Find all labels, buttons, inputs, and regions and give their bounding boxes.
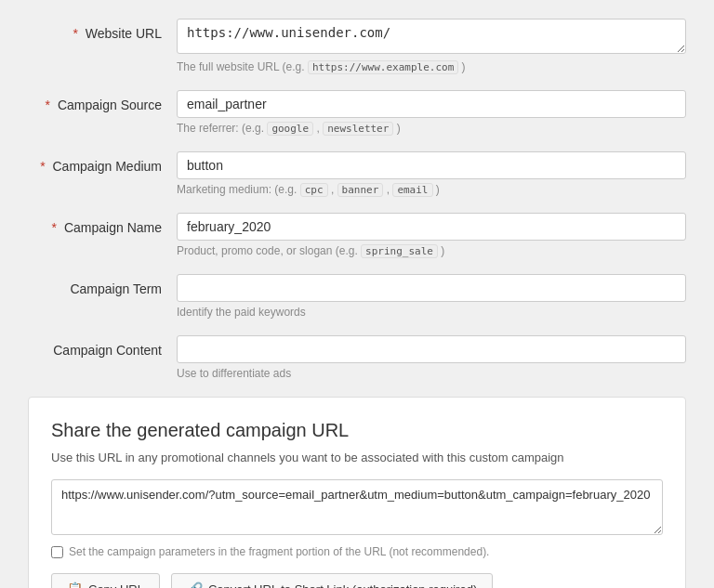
campaign-name-input[interactable] [177,213,686,241]
label-campaign-source: * Campaign Source [28,90,177,112]
required-star-3: * [40,159,45,174]
field-col-website-url: The full website URL (e.g. https://www.e… [177,19,686,73]
form-row-website-url: * Website URL The full website URL (e.g.… [28,19,686,73]
campaign-name-label: Campaign Name [64,220,162,235]
convert-url-label: Convert URL to Short Link (authorization… [208,582,477,589]
share-title: Share the generated campaign URL [51,420,663,441]
field-col-campaign-term: Identify the paid keywords [177,274,686,319]
copy-url-label: Copy URL [88,582,144,589]
website-url-hint: The full website URL (e.g. https://www.e… [177,60,686,73]
form-row-campaign-source: * Campaign Source The referrer: (e.g. go… [28,90,686,135]
required-star-4: * [52,220,57,235]
campaign-content-hint: Use to differentiate ads [177,367,686,380]
form-row-campaign-term: Campaign Term Identify the paid keywords [28,274,686,319]
campaign-content-input[interactable] [177,335,686,363]
label-campaign-term: Campaign Term [28,274,177,296]
campaign-source-label: Campaign Source [58,98,162,112]
share-description: Use this URL in any promotional channels… [51,451,663,464]
field-col-campaign-name: Product, promo code, or slogan (e.g. spr… [177,213,686,257]
action-buttons: 📋 Copy URL 🔗 Convert URL to Short Link (… [51,573,663,588]
campaign-source-input[interactable] [177,90,686,118]
fragment-checkbox-label[interactable]: Set the campaign parameters in the fragm… [69,545,489,558]
label-campaign-medium: * Campaign Medium [28,151,177,174]
copy-icon: 📋 [67,581,83,588]
field-col-campaign-medium: Marketing medium: (e.g. cpc , banner , e… [177,151,686,196]
campaign-content-label: Campaign Content [53,343,162,358]
campaign-term-input[interactable] [177,274,686,302]
label-campaign-content: Campaign Content [28,335,177,358]
form-row-campaign-medium: * Campaign Medium Marketing medium: (e.g… [28,151,686,196]
website-url-input[interactable] [177,19,686,54]
share-box: Share the generated campaign URL Use thi… [28,397,686,588]
required-star: * [73,26,77,41]
page-container: * Website URL The full website URL (e.g.… [0,0,714,588]
field-col-campaign-source: The referrer: (e.g. google , newsletter … [177,90,686,135]
campaign-medium-input[interactable] [177,151,686,179]
fragment-checkbox[interactable] [51,546,63,558]
label-campaign-name: * Campaign Name [28,213,177,235]
convert-url-button[interactable]: 🔗 Convert URL to Short Link (authorizati… [171,573,493,588]
campaign-name-hint: Product, promo code, or slogan (e.g. spr… [177,244,686,257]
label-website-url: * Website URL [28,19,177,41]
field-col-campaign-content: Use to differentiate ads [177,335,686,380]
fragment-checkbox-row: Set the campaign parameters in the fragm… [51,545,663,558]
campaign-medium-label: Campaign Medium [53,159,163,174]
website-url-label: Website URL [86,26,162,41]
generated-url-textarea[interactable] [51,479,663,535]
campaign-term-hint: Identify the paid keywords [177,306,686,319]
link-icon: 🔗 [187,581,203,588]
campaign-term-label: Campaign Term [70,281,162,296]
copy-url-button[interactable]: 📋 Copy URL [51,573,160,588]
form-row-campaign-name: * Campaign Name Product, promo code, or … [28,213,686,257]
form-row-campaign-content: Campaign Content Use to differentiate ad… [28,335,686,380]
campaign-medium-hint: Marketing medium: (e.g. cpc , banner , e… [177,183,686,196]
required-star-2: * [46,98,50,112]
campaign-source-hint: The referrer: (e.g. google , newsletter … [177,122,686,135]
